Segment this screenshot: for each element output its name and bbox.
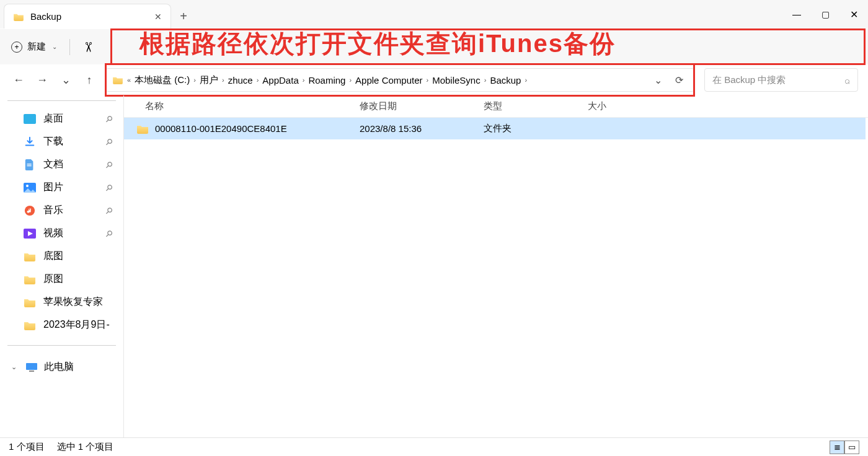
breadcrumb-segment[interactable]: 本地磁盘 (C:)› (135, 74, 196, 86)
music-icon (24, 206, 36, 216)
search-input[interactable]: 在 Backup 中搜索 ⌕ (704, 68, 858, 92)
pin-icon: ⚲ (104, 204, 115, 216)
svg-rect-2 (27, 165, 32, 165)
status-selected: 选中 1 个项目 (57, 441, 114, 453)
sidebar-item-label: 2023年8月9日- (43, 318, 110, 331)
view-details-button[interactable]: ≣ (830, 441, 844, 454)
refresh-button[interactable]: ⟳ (670, 74, 688, 86)
separator (69, 39, 70, 55)
sidebar-item[interactable]: 视频⚲ (0, 222, 123, 245)
chevron-right-icon: « (127, 76, 131, 84)
tab-title: Backup (30, 11, 148, 22)
up-button[interactable]: ↑ (81, 71, 98, 89)
pin-icon: ⚲ (104, 227, 115, 239)
sidebar-item-label: 桌面 (43, 112, 63, 125)
col-date[interactable]: 修改日期 (360, 100, 484, 112)
maximize-button[interactable]: ▢ (811, 0, 839, 28)
sidebar-item[interactable]: 音乐⚲ (0, 199, 123, 222)
pin-icon: ⚲ (104, 113, 115, 124)
tab-close-icon[interactable]: ✕ (154, 12, 162, 22)
breadcrumb-segment[interactable]: Backup› (490, 75, 527, 86)
plus-circle-icon: + (11, 42, 22, 53)
sidebar-item-label: 原图 (43, 273, 63, 286)
svg-rect-0 (24, 114, 36, 124)
sidebar-item-label: 音乐 (43, 204, 63, 217)
new-label: 新建 (27, 41, 46, 53)
cut-button[interactable]: ✂ (82, 39, 94, 55)
svg-rect-1 (27, 164, 32, 164)
sidebar-item[interactable]: 下载⚲ (0, 130, 123, 153)
close-button[interactable]: ✕ (839, 0, 868, 28)
search-placeholder: 在 Backup 中搜索 (712, 74, 786, 86)
item-date: 2023/8/8 15:36 (360, 123, 484, 134)
svg-point-4 (26, 185, 29, 187)
address-bar[interactable]: « 本地磁盘 (C:)› 用户› zhuce› AppData› Roaming… (105, 68, 694, 92)
sidebar: 桌面⚲下载⚲文档⚲图片⚲音乐⚲视频⚲底图原图苹果恢复专家2023年8月9日- ⌄… (0, 95, 124, 437)
titlebar: Backup ✕ + — ▢ ✕ (0, 0, 868, 28)
sidebar-item-label: 文档 (43, 158, 63, 171)
sidebar-item[interactable]: 原图 (0, 268, 123, 291)
pin-icon: ⚲ (104, 182, 115, 193)
chevron-down-icon: ⌄ (11, 363, 17, 371)
minimize-button[interactable]: — (782, 0, 811, 28)
folder-icon (24, 320, 36, 330)
folder-icon (13, 12, 24, 21)
item-name: 00008110-001E20490CE8401E (155, 123, 287, 134)
browser-tab[interactable]: Backup ✕ (4, 4, 171, 28)
sidebar-item[interactable]: 图片⚲ (0, 176, 123, 199)
sidebar-item[interactable]: 文档⚲ (0, 153, 123, 176)
search-icon: ⌕ (844, 75, 850, 86)
sidebar-this-pc[interactable]: ⌄ 此电脑 (0, 354, 123, 380)
svg-rect-8 (29, 370, 34, 372)
breadcrumb-segment[interactable]: MobileSync› (432, 75, 486, 86)
sidebar-pc-label: 此电脑 (44, 361, 74, 374)
sidebar-item-label: 苹果恢复专家 (43, 296, 103, 309)
sidebar-item-label: 底图 (43, 250, 63, 263)
svg-rect-7 (26, 363, 37, 370)
desktop-icon (24, 114, 36, 124)
window-controls: — ▢ ✕ (782, 0, 868, 28)
breadcrumb-segment[interactable]: 用户› (200, 74, 224, 86)
nav-address-row: ← → ⌄ ↑ « 本地磁盘 (C:)› 用户› zhuce› AppData›… (0, 64, 868, 95)
pin-icon: ⚲ (104, 136, 115, 147)
new-tab-button[interactable]: + (171, 4, 196, 28)
status-count: 1 个项目 (9, 441, 45, 453)
address-history-chevron[interactable]: ⌄ (649, 74, 666, 86)
sidebar-item-label: 下载 (43, 135, 63, 148)
list-item[interactable]: 00008110-001E20490CE8401E 2023/8/8 15:36… (124, 118, 866, 139)
col-size[interactable]: 大小 (588, 100, 868, 112)
picture-icon (24, 183, 36, 193)
sidebar-item[interactable]: 桌面⚲ (0, 107, 123, 130)
breadcrumb-segment[interactable]: Apple Computer› (355, 75, 428, 86)
status-bar: 1 个项目 选中 1 个项目 ≣ ▭ (0, 437, 868, 456)
back-button[interactable]: ← (10, 71, 27, 89)
toolbar: + 新建 ⌄ ✂ 根据路径依次打开文件夹查询iTunes备份 (0, 28, 868, 64)
sidebar-item-label: 图片 (43, 181, 63, 194)
breadcrumb-segment[interactable]: Roaming› (308, 75, 352, 86)
folder-icon (24, 252, 36, 261)
chevron-down-icon: ⌄ (52, 43, 57, 50)
main-area: 桌面⚲下载⚲文档⚲图片⚲音乐⚲视频⚲底图原图苹果恢复专家2023年8月9日- ⌄… (0, 95, 868, 437)
annotation-text: 根据路径依次打开文件夹查询iTunes备份 (140, 27, 616, 61)
history-dropdown[interactable]: ⌄ (57, 71, 74, 89)
folder-icon (136, 124, 149, 134)
column-headers[interactable]: 名称 修改日期 类型 大小 (124, 95, 868, 118)
breadcrumb-segment[interactable]: zhuce› (228, 75, 259, 86)
pc-icon (25, 362, 38, 372)
col-type[interactable]: 类型 (484, 100, 588, 112)
video-icon (24, 229, 36, 239)
sidebar-item[interactable]: 底图 (0, 245, 123, 268)
sidebar-item-label: 视频 (43, 227, 63, 240)
file-list: 名称 修改日期 类型 大小 00008110-001E20490CE8401E … (124, 95, 868, 437)
view-icons-button[interactable]: ▭ (844, 441, 859, 454)
breadcrumb-segment[interactable]: AppData› (262, 75, 304, 86)
download-icon (24, 137, 36, 147)
forward-button[interactable]: → (33, 71, 51, 89)
new-button[interactable]: + 新建 ⌄ (11, 41, 57, 53)
col-name[interactable]: 名称 (145, 100, 360, 112)
sidebar-item[interactable]: 2023年8月9日- (0, 314, 123, 336)
folder-icon (24, 297, 36, 307)
scissors-icon: ✂ (80, 42, 96, 53)
sidebar-item[interactable]: 苹果恢复专家 (0, 291, 123, 314)
folder-icon (24, 274, 36, 284)
